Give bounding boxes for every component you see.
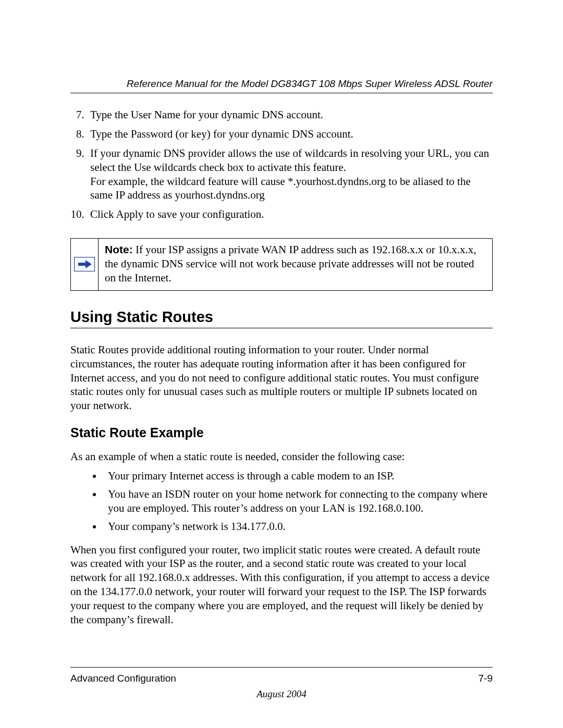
manual-page: Reference Manual for the Model DG834GT 1… xyxy=(0,0,563,728)
example-after-paragraph: When you first configured your router, t… xyxy=(70,543,493,627)
footer-section: Advanced Configuration xyxy=(70,673,176,684)
numbered-steps: Type the User Name for your dynamic DNS … xyxy=(70,108,493,221)
heading-rule xyxy=(70,328,493,328)
step-text: Type the Password (or key) for your dyna… xyxy=(90,128,353,140)
footer-date: August 2004 xyxy=(70,688,493,700)
example-bullets: Your primary Internet access is through … xyxy=(70,469,493,534)
page-footer: Advanced Configuration 7-9 August 2004 xyxy=(70,667,493,684)
bullet-text: You have an ISDN router on your home net… xyxy=(108,488,487,514)
step-text: Click Apply to save your configuration. xyxy=(90,208,264,220)
step-item: Type the User Name for your dynamic DNS … xyxy=(87,108,493,122)
intro-paragraph: Static Routes provide additional routing… xyxy=(70,343,493,413)
bullet-text: Your primary Internet access is through … xyxy=(108,470,395,482)
arrow-right-icon xyxy=(74,257,95,272)
step-text: Type the User Name for your dynamic DNS … xyxy=(90,108,323,121)
list-item: Your company’s network is 134.177.0.0. xyxy=(103,520,493,534)
running-header: Reference Manual for the Model DG834GT 1… xyxy=(70,78,493,90)
note-icon-cell xyxy=(71,239,99,290)
step-text: If your dynamic DNS provider allows the … xyxy=(90,147,489,202)
heading-static-route-example: Static Route Example xyxy=(70,425,493,440)
step-item: If your dynamic DNS provider allows the … xyxy=(87,146,493,203)
step-item: Type the Password (or key) for your dyna… xyxy=(87,127,493,141)
list-item: Your primary Internet access is through … xyxy=(103,469,493,483)
note-body: If your ISP assigns a private WAN IP add… xyxy=(105,243,476,284)
header-rule xyxy=(70,93,493,93)
step-item: Click Apply to save your configuration. xyxy=(87,207,493,221)
footer-rule xyxy=(70,667,493,668)
example-lead: As an example of when a static route is … xyxy=(70,450,493,464)
note-text-cell: Note: If your ISP assigns a private WAN … xyxy=(99,239,492,290)
list-item: You have an ISDN router on your home net… xyxy=(103,487,493,515)
note-callout: Note: If your ISP assigns a private WAN … xyxy=(70,238,493,291)
heading-using-static-routes: Using Static Routes xyxy=(70,309,493,326)
footer-page-number: 7-9 xyxy=(479,673,493,684)
bullet-text: Your company’s network is 134.177.0.0. xyxy=(108,520,286,533)
note-label: Note: xyxy=(105,243,133,255)
